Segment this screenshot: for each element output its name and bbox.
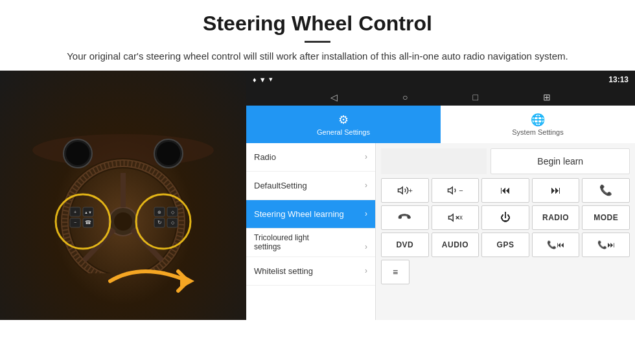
- menu-item-tricoloured-label: Tricoloured light: [254, 233, 309, 242]
- svg-text:−: −: [74, 220, 76, 225]
- dvd-button[interactable]: DVD: [381, 233, 429, 257]
- svg-text:☎: ☎: [85, 220, 91, 225]
- menu-item-radio-label: Radio: [254, 152, 276, 162]
- begin-learn-button[interactable]: Begin learn: [491, 148, 630, 174]
- menu-item-radio[interactable]: Radio ›: [246, 143, 375, 172]
- begin-learn-row: Begin learn: [381, 148, 630, 174]
- svg-text:↻: ↻: [157, 220, 162, 225]
- android-ui: ♦ ▼ ▾ 13:13 ◁ ○ □ ⊞ ⚙ General Settings 🌐…: [246, 71, 635, 320]
- svg-text:+: +: [74, 210, 76, 214]
- recents-nav-icon[interactable]: □: [473, 92, 478, 102]
- gps-button[interactable]: GPS: [481, 233, 529, 257]
- chevron-right-icon: ›: [365, 266, 367, 275]
- prev-track-button[interactable]: ⏮: [481, 178, 529, 203]
- menu-list: Radio › DefaultSetting › Steering Wheel …: [246, 143, 376, 320]
- power-icon: ⏻: [500, 212, 511, 223]
- tab-general-label: General Settings: [317, 128, 370, 136]
- status-time: 13:13: [608, 75, 629, 84]
- status-bar: ♦ ▼ ▾ 13:13: [246, 71, 635, 89]
- menu-item-steering-label: Steering Wheel learning: [254, 209, 344, 219]
- next-track-button[interactable]: ⏭: [532, 178, 580, 203]
- svg-marker-31: [180, 273, 194, 289]
- chevron-right-icon: ›: [365, 209, 367, 218]
- phone-prev-button[interactable]: 📞⏮: [532, 233, 580, 257]
- chevron-right-icon: ›: [365, 181, 367, 190]
- chevron-right-icon: ›: [365, 242, 367, 251]
- chevron-right-icon: ›: [365, 152, 367, 161]
- controls-panel: Begin learn +: [376, 143, 635, 320]
- controls-grid: + − ⏮ ⏭: [381, 178, 630, 284]
- title-divider: [305, 41, 330, 43]
- page-header: Steering Wheel Control Your original car…: [0, 0, 635, 71]
- menu-item-default-setting[interactable]: DefaultSetting ›: [246, 172, 375, 200]
- controls-row-whitelist: ≡: [381, 260, 630, 284]
- phone-next-button[interactable]: 📞⏭: [582, 233, 630, 257]
- volume-down-icon: [447, 185, 459, 196]
- main-content: + − ▲▼ ☎ ⊕ ↻ ◇ ◇: [0, 71, 635, 320]
- svg-marker-32: [398, 187, 402, 194]
- arrow-svg: [104, 255, 207, 307]
- svg-point-2: [66, 142, 89, 165]
- radio-label: RADIO: [542, 213, 569, 222]
- signal-icon: ▼: [259, 76, 266, 84]
- page-subtitle: Your original car's steering wheel contr…: [39, 49, 596, 64]
- menu-item-steering-wheel[interactable]: Steering Wheel learning ›: [246, 200, 375, 229]
- tab-system-settings[interactable]: 🌐 System Settings: [441, 106, 635, 143]
- svg-marker-35: [448, 214, 453, 221]
- system-icon: 🌐: [531, 113, 545, 127]
- hang-up-icon: 📞: [397, 210, 412, 225]
- menu-item-whitelist-label: Whitelist setting: [254, 266, 313, 276]
- audio-label: AUDIO: [442, 240, 468, 249]
- phone-button[interactable]: 📞: [582, 178, 630, 203]
- wifi-icon: ▾: [269, 75, 273, 84]
- mode-button[interactable]: MODE: [582, 205, 630, 230]
- car-background: + − ▲▼ ☎ ⊕ ↻ ◇ ◇: [0, 71, 246, 320]
- svg-text:▲▼: ▲▼: [84, 210, 92, 214]
- mute-icon: [448, 212, 459, 223]
- mute-x-label: x: [459, 214, 463, 221]
- controls-row-3: DVD AUDIO GPS 📞⏮ 📞⏭: [381, 233, 630, 257]
- whitelist-icon: ≡: [393, 267, 398, 277]
- volume-up-label: +: [409, 187, 413, 194]
- phone-next-icon: 📞⏭: [597, 240, 615, 249]
- home-nav-icon[interactable]: ○: [402, 92, 408, 102]
- controls-row-2: 📞 x ⏻: [381, 205, 630, 230]
- page-title: Steering Wheel Control: [39, 12, 596, 36]
- hang-up-button[interactable]: 📞: [381, 205, 429, 230]
- phone-prev-icon: 📞⏮: [547, 240, 564, 249]
- tab-general-settings[interactable]: ⚙ General Settings: [246, 106, 441, 143]
- dvd-label: DVD: [396, 240, 413, 249]
- phone-icon: 📞: [599, 184, 612, 196]
- location-icon: ♦: [253, 76, 257, 84]
- radio-button[interactable]: RADIO: [532, 205, 580, 230]
- nav-bar: ◁ ○ □ ⊞: [246, 89, 635, 106]
- tab-system-label: System Settings: [512, 128, 563, 136]
- audio-button[interactable]: AUDIO: [432, 233, 479, 257]
- svg-text:⊕: ⊕: [157, 210, 161, 214]
- steering-wheel-svg: + − ▲▼ ☎ ⊕ ↻ ◇ ◇: [26, 131, 220, 273]
- mode-label: MODE: [594, 213, 618, 222]
- menu-item-default-label: DefaultSetting: [254, 181, 307, 190]
- next-track-icon: ⏭: [551, 185, 561, 196]
- volume-up-button[interactable]: +: [381, 178, 429, 203]
- svg-marker-34: [448, 187, 453, 194]
- svg-point-9: [114, 212, 132, 231]
- volume-up-icon: [397, 185, 409, 196]
- controls-row-1: + − ⏮ ⏭: [381, 178, 630, 203]
- power-button[interactable]: ⏻: [481, 205, 529, 230]
- status-icons: ♦ ▼ ▾: [253, 75, 273, 84]
- volume-down-button[interactable]: −: [432, 178, 479, 203]
- mute-button[interactable]: x: [432, 205, 479, 230]
- whitelist-icon-button[interactable]: ≡: [381, 260, 410, 284]
- menu-item-tricoloured[interactable]: Tricoloured light settings ›: [246, 229, 375, 257]
- prev-track-icon: ⏮: [500, 185, 511, 196]
- volume-down-label: −: [459, 187, 463, 194]
- svg-point-4: [157, 142, 180, 165]
- car-image-area: + − ▲▼ ☎ ⊕ ↻ ◇ ◇: [0, 71, 246, 320]
- screenshot-nav-icon[interactable]: ⊞: [543, 92, 551, 102]
- menu-item-tricoloured-label2: settings ›: [254, 242, 367, 251]
- back-nav-icon[interactable]: ◁: [330, 92, 338, 102]
- gps-label: GPS: [497, 240, 514, 249]
- menu-item-whitelist[interactable]: Whitelist setting ›: [246, 257, 375, 286]
- gear-icon: ⚙: [338, 113, 349, 127]
